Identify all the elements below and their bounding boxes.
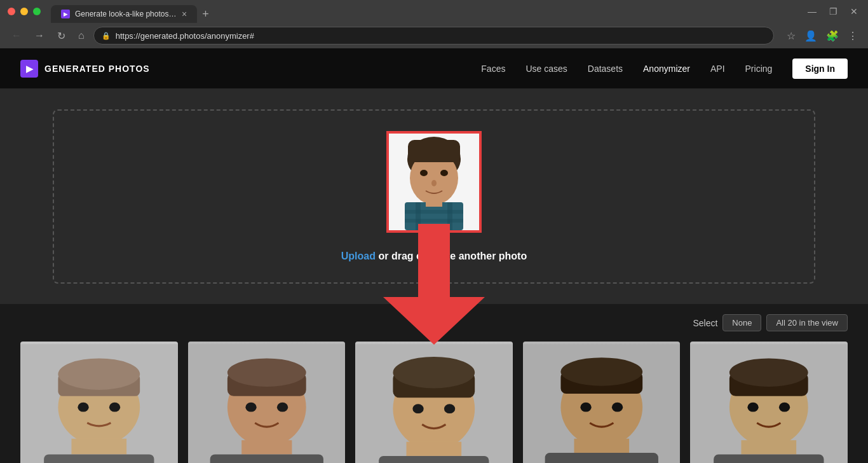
svg-point-28 (276, 403, 287, 412)
website-content: ▶ GENERATED PHOTOS Faces Use cases Datas… (0, 48, 868, 463)
tab-favicon: ▶ (61, 10, 70, 18)
svg-rect-29 (241, 440, 292, 454)
face-card-svg-2 (188, 342, 346, 463)
svg-point-5 (440, 170, 448, 176)
svg-point-50 (729, 358, 808, 387)
nav-pricing[interactable]: Pricing (745, 64, 773, 74)
photo-card-4[interactable] (523, 342, 681, 463)
photo-face-3 (355, 342, 513, 463)
svg-rect-46 (545, 453, 658, 463)
active-tab[interactable]: ▶ Generate look-a-like photos to p × (51, 5, 197, 23)
upload-wrapper (386, 131, 482, 233)
svg-point-34 (393, 357, 475, 389)
address-bar[interactable]: 🔒 https://generated.photos/anonymizer# (93, 27, 774, 45)
tab-bar: ▶ Generate look-a-like photos to p × + (51, 0, 214, 23)
forward-button[interactable]: → (31, 27, 48, 44)
svg-point-36 (444, 404, 455, 413)
svg-point-19 (78, 403, 88, 412)
photo-face-1 (20, 342, 178, 463)
face-card-svg-5 (690, 342, 848, 463)
photo-card-3[interactable] (355, 342, 513, 463)
tab-title-text: Generate look-a-like photos to p (75, 10, 177, 18)
site-nav: ▶ GENERATED PHOTOS Faces Use cases Datas… (0, 48, 868, 89)
menu-icon[interactable]: ⋮ (845, 27, 860, 45)
svg-rect-21 (71, 439, 126, 455)
profile-icon[interactable]: 👤 (802, 27, 820, 45)
none-button[interactable]: None (722, 314, 761, 331)
svg-point-51 (748, 403, 759, 412)
svg-point-20 (109, 403, 120, 412)
svg-point-26 (227, 358, 306, 387)
upload-link[interactable]: Upload (341, 251, 376, 261)
face-card-svg-4 (523, 342, 681, 463)
window-minimize-btn[interactable] (20, 8, 28, 15)
upload-rest-text: or drag or paste another photo (376, 251, 527, 261)
svg-rect-11 (405, 219, 463, 223)
svg-rect-38 (379, 456, 489, 463)
browser-window: ▶ Generate look-a-like photos to p × + —… (0, 0, 868, 463)
svg-rect-10 (405, 210, 463, 214)
nav-use-cases[interactable]: Use cases (526, 64, 567, 74)
upload-text-area: Upload or drag or paste another photo (341, 251, 527, 262)
toolbar-icons: ☆ 👤 🧩 ⋮ (784, 27, 860, 45)
svg-rect-37 (407, 442, 462, 456)
extensions-icon[interactable]: 🧩 (824, 27, 841, 45)
photo-face-5 (690, 342, 848, 463)
svg-rect-54 (714, 454, 824, 463)
logo-icon: ▶ (20, 60, 38, 78)
os-close-btn[interactable]: ✕ (848, 6, 860, 17)
photo-card-2[interactable] (188, 342, 346, 463)
svg-rect-30 (210, 454, 323, 463)
results-header: Select None All 20 in the view (20, 314, 848, 331)
site-logo: ▶ GENERATED PHOTOS (20, 60, 150, 78)
nav-anonymizer[interactable]: Anonymizer (643, 64, 690, 74)
uploaded-image (386, 131, 482, 233)
photo-grid (20, 342, 848, 463)
os-maximize-btn[interactable]: ❐ (827, 6, 840, 17)
new-tab-button[interactable]: + (197, 5, 214, 23)
photo-face-2 (188, 342, 346, 463)
svg-point-42 (560, 357, 642, 386)
browser-titlebar: ▶ Generate look-a-like photos to p × + —… (0, 0, 868, 23)
os-window-controls: — ❐ ✕ (805, 6, 860, 17)
svg-point-44 (612, 403, 623, 412)
photo-card-1[interactable] (20, 342, 178, 463)
svg-rect-8 (416, 202, 421, 230)
svg-point-4 (420, 170, 428, 176)
photo-card-5[interactable] (690, 342, 848, 463)
lock-icon: 🔒 (102, 32, 111, 40)
address-text: https://generated.photos/anonymizer# (116, 31, 766, 41)
nav-datasets[interactable]: Datasets (588, 64, 623, 74)
svg-point-6 (431, 180, 437, 186)
svg-rect-12 (426, 197, 442, 207)
svg-rect-22 (44, 454, 154, 463)
nav-api[interactable]: API (710, 64, 725, 74)
all-in-view-button[interactable]: All 20 in the view (766, 314, 848, 331)
home-button[interactable]: ⌂ (74, 27, 88, 44)
window-controls (8, 8, 41, 15)
nav-links: Faces Use cases Datasets Anonymizer API … (481, 64, 772, 74)
drop-zone[interactable]: Upload or drag or paste another photo (53, 109, 815, 284)
logo-text: GENERATED PHOTOS (44, 64, 150, 74)
reload-button[interactable]: ↻ (53, 27, 69, 45)
svg-point-43 (580, 403, 591, 412)
svg-point-35 (413, 404, 424, 413)
results-section: Select None All 20 in the view (0, 304, 868, 463)
upload-section: Upload or drag or paste another photo (0, 89, 868, 304)
window-close-btn[interactable] (8, 8, 15, 15)
window-maximize-btn[interactable] (33, 8, 41, 15)
sign-in-button[interactable]: Sign In (792, 59, 848, 79)
back-button[interactable]: ← (8, 27, 25, 44)
bookmark-icon[interactable]: ☆ (784, 27, 798, 45)
svg-rect-13 (418, 224, 450, 300)
browser-toolbar: ← → ↻ ⌂ 🔒 https://generated.photos/anony… (0, 23, 868, 48)
svg-rect-9 (447, 202, 452, 230)
tab-close-btn[interactable]: × (182, 9, 187, 19)
select-label: Select (693, 318, 717, 328)
nav-faces[interactable]: Faces (481, 64, 505, 74)
svg-point-18 (58, 358, 140, 390)
svg-rect-3 (408, 140, 460, 162)
face-card-svg-1 (20, 342, 178, 463)
photo-face-4 (523, 342, 681, 463)
os-minimize-btn[interactable]: — (805, 6, 819, 17)
